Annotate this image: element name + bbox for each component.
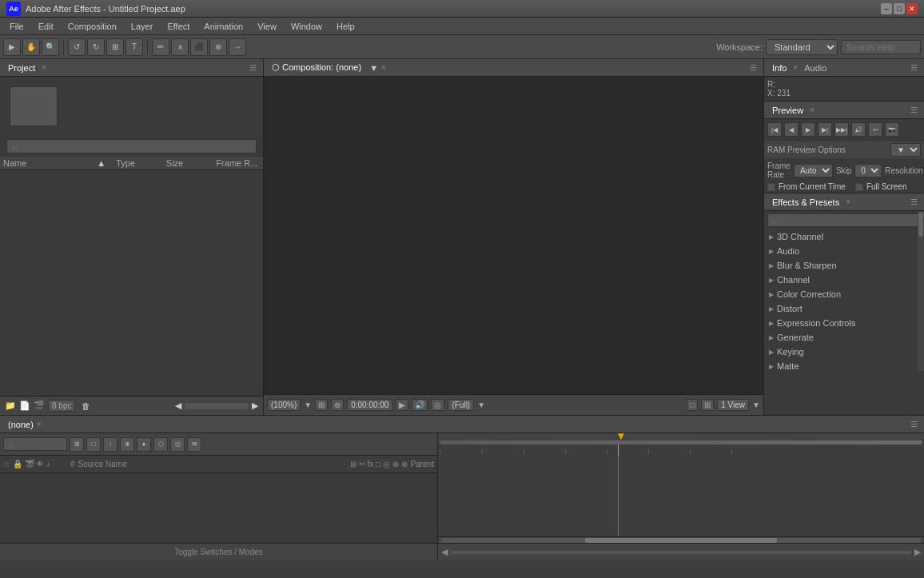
comp-view-dropdown[interactable]: ▼: [752, 401, 760, 409]
menu-help[interactable]: Help: [330, 20, 361, 33]
comp-snap-icon[interactable]: ⊞: [315, 399, 328, 411]
menu-layer[interactable]: Layer: [125, 20, 160, 33]
tool-pen[interactable]: ✏: [152, 38, 169, 56]
menu-effect[interactable]: Effect: [161, 20, 196, 33]
comp-close[interactable]: ×: [381, 63, 386, 72]
search-help-input[interactable]: [841, 40, 921, 54]
trash-icon[interactable]: 🗑: [82, 401, 90, 411]
effect-expression-controls[interactable]: ▶ Expression Controls: [764, 316, 924, 330]
new-comp-icon[interactable]: 📄: [19, 401, 30, 411]
tab-preview[interactable]: Preview: [769, 104, 807, 117]
comp-audio-icon[interactable]: 🔊: [412, 399, 428, 411]
minimize-button[interactable]: –: [881, 3, 892, 14]
next-arrow[interactable]: ▶: [252, 401, 258, 411]
tl-btn-6[interactable]: ⬡: [153, 437, 168, 452]
tl-btn-3[interactable]: ↕: [103, 437, 117, 452]
comp-quality[interactable]: (Full): [448, 399, 474, 411]
new-folder-icon[interactable]: 📁: [5, 401, 16, 411]
full-screen-checkbox[interactable]: [855, 183, 863, 191]
scroll-bar-project[interactable]: [185, 403, 249, 409]
effect-keying[interactable]: ▶ Keying: [764, 345, 924, 359]
timeline-search[interactable]: [3, 437, 67, 451]
menu-window[interactable]: Window: [285, 20, 329, 33]
comp-panel-menu-btn[interactable]: ☰: [748, 63, 759, 72]
timeline-scroll-thumb[interactable]: [585, 538, 777, 543]
preview-close[interactable]: ×: [810, 106, 814, 114]
timeline-scrollbar-inner[interactable]: [441, 538, 921, 543]
tool-redo[interactable]: ↻: [87, 38, 105, 56]
tab-project[interactable]: Project: [5, 62, 38, 74]
effects-scrollbar-thumb[interactable]: [918, 213, 923, 237]
menu-composition[interactable]: Composition: [62, 20, 123, 33]
tool-select[interactable]: ▶: [3, 38, 21, 56]
effects-scrollbar[interactable]: [918, 211, 924, 371]
from-current-checkbox[interactable]: [767, 183, 775, 191]
prev-audio[interactable]: 🔊: [851, 122, 866, 137]
zoom-level[interactable]: (100%): [267, 399, 301, 411]
tl-nav-next[interactable]: ▶: [914, 547, 921, 557]
comp-view[interactable]: 1 View: [717, 399, 749, 411]
close-button[interactable]: ✕: [906, 3, 918, 14]
tool-zoom[interactable]: 🔍: [42, 38, 59, 56]
menu-animation[interactable]: Animation: [197, 20, 249, 33]
menu-edit[interactable]: Edit: [32, 20, 60, 33]
tab-info[interactable]: Info: [769, 62, 790, 74]
tool-undo[interactable]: ↺: [68, 38, 86, 56]
prev-prev-frame[interactable]: ◀: [784, 122, 799, 137]
timeline-close[interactable]: ×: [37, 420, 42, 429]
effect-blur-sharpen[interactable]: ▶ Blur & Sharpen: [764, 258, 924, 273]
ram-preview-dropdown[interactable]: ▼: [890, 143, 921, 157]
info-close[interactable]: ×: [793, 63, 798, 72]
timecode[interactable]: 0:00:00:00: [347, 399, 392, 411]
comp-zoom-dropdown[interactable]: ▼: [304, 401, 312, 409]
prev-arrow[interactable]: ◀: [175, 401, 181, 411]
tool-mask[interactable]: ∧: [171, 38, 189, 56]
comp-quality-dropdown[interactable]: ▼: [477, 401, 485, 409]
tool-hand[interactable]: ✋: [22, 38, 40, 56]
framerate-control[interactable]: Auto: [794, 164, 833, 177]
tl-nav-prev[interactable]: ◀: [441, 547, 448, 557]
effect-matte[interactable]: ▶ Matte: [764, 359, 924, 373]
prev-ram[interactable]: 📷: [885, 122, 899, 137]
menu-file[interactable]: File: [3, 20, 30, 33]
workspace-dropdown[interactable]: Standard: [766, 39, 838, 55]
prev-last-frame[interactable]: ▶▶|: [834, 122, 849, 137]
comp-play-icon[interactable]: ▶: [396, 399, 408, 411]
prev-first-frame[interactable]: |◀: [767, 122, 782, 137]
new-footage-icon[interactable]: 🎬: [34, 401, 45, 411]
effect-color-correction[interactable]: ▶ Color Correction: [764, 287, 924, 301]
comp-mask-icon[interactable]: □: [687, 399, 698, 411]
prev-play[interactable]: ▶: [801, 122, 815, 137]
project-panel-menu-btn[interactable]: ☰: [248, 63, 258, 72]
tool-shape[interactable]: ⬛: [190, 38, 208, 56]
tab-audio[interactable]: Audio: [801, 62, 830, 74]
project-search-input[interactable]: [6, 139, 257, 153]
timeline-panel-menu-btn[interactable]: ☰: [909, 420, 919, 429]
effect-generate[interactable]: ▶ Generate: [764, 330, 924, 345]
comp-grid-icon[interactable]: ⊞: [701, 399, 714, 411]
prev-next-frame[interactable]: ▶|: [818, 122, 832, 137]
comp-res-icon[interactable]: ⊛: [331, 399, 344, 411]
effect-distort[interactable]: ▶ Distort: [764, 301, 924, 316]
info-panel-menu-btn[interactable]: ☰: [909, 63, 919, 72]
tl-btn-4[interactable]: ⊕: [120, 437, 134, 452]
tool-grid[interactable]: ⊞: [106, 38, 124, 56]
preview-panel-menu-btn[interactable]: ☰: [909, 106, 919, 114]
skip-control[interactable]: 0: [854, 164, 882, 177]
effects-search-input[interactable]: [767, 213, 921, 227]
tab-effects-presets[interactable]: Effects & Presets: [769, 196, 842, 209]
tool-puppet[interactable]: →: [229, 38, 246, 56]
tl-btn-2[interactable]: □: [86, 437, 101, 452]
tl-btn-8[interactable]: ✉: [187, 437, 201, 452]
effect-audio[interactable]: ▶ Audio: [764, 244, 924, 258]
comp-dropdown-btn[interactable]: ▼: [369, 63, 378, 73]
effects-close[interactable]: ×: [846, 197, 850, 206]
tl-btn-7[interactable]: ◎: [170, 437, 185, 452]
title-bar-controls[interactable]: – □ ✕: [881, 3, 918, 14]
prev-loop[interactable]: ↩: [868, 122, 882, 137]
tab-composition[interactable]: ⬡ Composition: (none): [269, 61, 364, 74]
maximize-button[interactable]: □: [894, 3, 905, 14]
tab-timeline[interactable]: (none): [5, 418, 37, 431]
tl-btn-1[interactable]: ⊞: [70, 437, 84, 452]
effect-3d-channel[interactable]: ▶ 3D Channel: [764, 229, 924, 244]
